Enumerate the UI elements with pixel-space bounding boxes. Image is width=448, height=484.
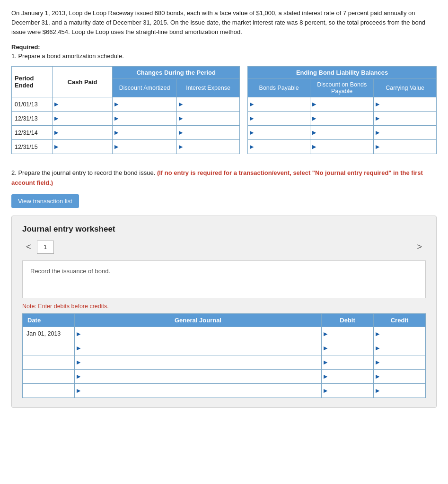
journal-credit-input-1[interactable] <box>380 345 423 351</box>
input-flag-discount-amortized-1: ▶ <box>114 115 118 121</box>
journal-credit-cell-1[interactable]: ▶ <box>374 341 426 355</box>
section2-text: 2. Prepare the journal entry to record t… <box>11 168 437 187</box>
discount-amortized-cell-2[interactable]: ▶ <box>113 126 177 140</box>
journal-credit-input-4[interactable] <box>380 387 423 394</box>
journal-credit-cell-0[interactable]: ▶ <box>374 327 426 341</box>
journal-debit-cell-1[interactable]: ▶ <box>322 341 374 355</box>
col-bonds-payable: Bonds Payable <box>248 79 310 97</box>
input-flag-discount-bonds-3: ▶ <box>312 144 316 150</box>
bonds-payable-cell-3[interactable]: ▶ <box>248 140 310 154</box>
input-flag-interest-expense-1: ▶ <box>179 115 183 121</box>
required-label: Required: <box>11 43 437 51</box>
cash-paid-cell-1[interactable]: ▶ <box>52 112 112 126</box>
journal-credit-input-0[interactable] <box>380 330 423 337</box>
input-bonds-payable-1[interactable] <box>255 115 308 122</box>
journal-debit-cell-0[interactable]: ▶ <box>322 327 374 341</box>
interest-expense-cell-3[interactable]: ▶ <box>177 140 240 154</box>
journal-credit-cell-3[interactable]: ▶ <box>374 369 426 383</box>
input-flag-bonds-payable-1: ▶ <box>250 115 254 121</box>
input-cash-paid-0[interactable] <box>59 101 110 108</box>
journal-credit-cell-4[interactable]: ▶ <box>374 383 426 398</box>
cash-paid-cell-2[interactable]: ▶ <box>52 126 112 140</box>
col-discount-bonds-payable: Discount on Bonds Payable <box>310 79 374 97</box>
journal-general-cell-2[interactable]: ▶ <box>75 355 322 369</box>
input-discount-bonds-3[interactable] <box>317 144 371 150</box>
note-text: Note: Enter debits before credits. <box>22 303 426 310</box>
journal-debit-cell-2[interactable]: ▶ <box>322 355 374 369</box>
journal-general-cell-3[interactable]: ▶ <box>75 369 322 383</box>
interest-expense-cell-0[interactable]: ▶ <box>177 97 240 112</box>
amort-date-0: 01/01/13 <box>12 97 53 112</box>
journal-credit-input-2[interactable] <box>380 359 423 365</box>
journal-credit-input-3[interactable] <box>380 373 423 380</box>
view-transaction-list-button[interactable]: View transaction list <box>11 194 79 208</box>
discount-amortized-cell-0[interactable]: ▶ <box>113 97 177 112</box>
journal-flag-general-1: ▶ <box>77 345 80 351</box>
intro-text: On January 1, 2013, Loop de Loop Raceway… <box>11 9 437 37</box>
cash-paid-cell-0[interactable]: ▶ <box>52 97 112 112</box>
input-interest-expense-3[interactable] <box>184 144 237 150</box>
journal-debit-input-3[interactable] <box>328 373 371 380</box>
input-carrying-value-0[interactable] <box>380 101 434 108</box>
col-cash-paid: Cash Paid <box>52 67 112 97</box>
journal-debit-cell-4[interactable]: ▶ <box>322 383 374 398</box>
journal-date-4 <box>23 383 75 398</box>
input-flag-discount-amortized-3: ▶ <box>114 144 118 150</box>
next-arrow[interactable]: > <box>413 241 426 253</box>
input-carrying-value-2[interactable] <box>380 130 434 136</box>
bonds-payable-cell-0[interactable]: ▶ <box>248 97 310 112</box>
journal-debit-cell-3[interactable]: ▶ <box>322 369 374 383</box>
journal-general-cell-0[interactable]: ▶ <box>75 327 322 341</box>
input-discount-amortized-3[interactable] <box>119 144 175 150</box>
input-flag-discount-amortized-0: ▶ <box>114 101 118 107</box>
discount-amortized-cell-3[interactable]: ▶ <box>113 140 177 154</box>
input-cash-paid-2[interactable] <box>59 130 110 136</box>
journal-debit-input-4[interactable] <box>328 387 371 394</box>
discount-bonds-cell-3[interactable]: ▶ <box>310 140 374 154</box>
journal-general-input-1[interactable] <box>81 345 319 351</box>
discount-bonds-cell-2[interactable]: ▶ <box>310 126 374 140</box>
input-bonds-payable-3[interactable] <box>255 144 308 150</box>
discount-bonds-cell-0[interactable]: ▶ <box>310 97 374 112</box>
input-carrying-value-1[interactable] <box>380 115 434 122</box>
input-discount-amortized-1[interactable] <box>119 115 175 122</box>
journal-general-input-0[interactable] <box>81 330 319 337</box>
input-cash-paid-3[interactable] <box>59 144 110 150</box>
input-discount-amortized-2[interactable] <box>119 130 175 136</box>
input-cash-paid-1[interactable] <box>59 115 110 122</box>
carrying-value-cell-1[interactable]: ▶ <box>374 112 437 126</box>
cash-paid-cell-3[interactable]: ▶ <box>52 140 112 154</box>
journal-debit-input-1[interactable] <box>328 345 371 351</box>
journal-general-input-4[interactable] <box>81 387 319 394</box>
interest-expense-cell-2[interactable]: ▶ <box>177 126 240 140</box>
input-carrying-value-3[interactable] <box>380 144 434 150</box>
input-discount-bonds-2[interactable] <box>317 130 371 136</box>
carrying-value-cell-2[interactable]: ▶ <box>374 126 437 140</box>
journal-debit-input-0[interactable] <box>328 330 371 337</box>
input-discount-bonds-1[interactable] <box>317 115 371 122</box>
input-interest-expense-0[interactable] <box>184 101 237 108</box>
journal-credit-cell-2[interactable]: ▶ <box>374 355 426 369</box>
carrying-value-cell-0[interactable]: ▶ <box>374 97 437 112</box>
journal-general-cell-1[interactable]: ▶ <box>75 341 322 355</box>
discount-amortized-cell-1[interactable]: ▶ <box>113 112 177 126</box>
bonds-payable-cell-2[interactable]: ▶ <box>248 126 310 140</box>
input-interest-expense-2[interactable] <box>184 130 237 136</box>
record-box: Record the issuance of bond. <box>22 260 426 298</box>
journal-general-input-3[interactable] <box>81 373 319 380</box>
journal-debit-input-2[interactable] <box>328 359 371 365</box>
record-text: Record the issuance of bond. <box>30 268 110 275</box>
interest-expense-cell-1[interactable]: ▶ <box>177 112 240 126</box>
input-bonds-payable-0[interactable] <box>255 101 308 108</box>
carrying-value-cell-3[interactable]: ▶ <box>374 140 437 154</box>
journal-flag-debit-3: ▶ <box>324 373 327 380</box>
discount-bonds-cell-1[interactable]: ▶ <box>310 112 374 126</box>
journal-general-cell-4[interactable]: ▶ <box>75 383 322 398</box>
input-discount-bonds-0[interactable] <box>317 101 371 108</box>
journal-general-input-2[interactable] <box>81 359 319 365</box>
bonds-payable-cell-1[interactable]: ▶ <box>248 112 310 126</box>
prev-arrow[interactable]: < <box>22 241 35 253</box>
input-interest-expense-1[interactable] <box>184 115 237 122</box>
input-bonds-payable-2[interactable] <box>255 130 308 136</box>
input-discount-amortized-0[interactable] <box>119 101 175 108</box>
